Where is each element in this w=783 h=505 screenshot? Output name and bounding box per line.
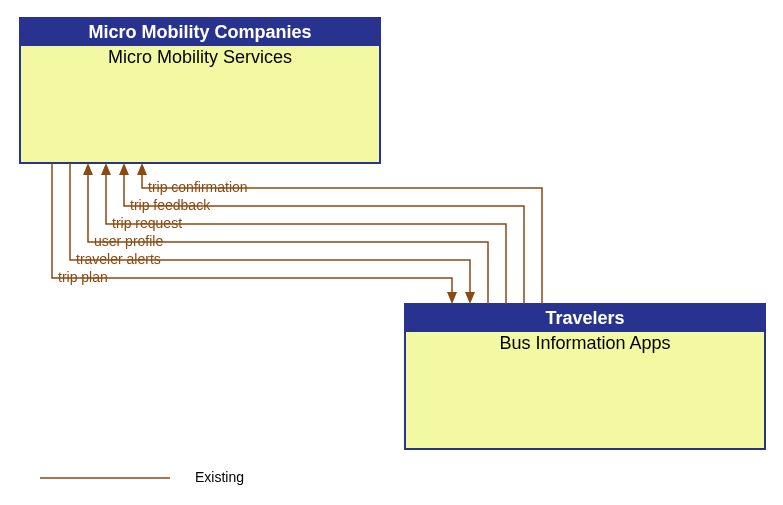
node-b-title: Bus Information Apps — [499, 333, 670, 353]
flow-label-user-profile: user profile — [94, 233, 163, 249]
flow-label-trip-confirmation: trip confirmation — [148, 179, 248, 195]
architecture-diagram: Micro Mobility Companies Micro Mobility … — [0, 0, 783, 505]
legend-label-existing: Existing — [195, 469, 244, 485]
flow-trip-confirmation: trip confirmation — [137, 163, 542, 304]
flow-label-traveler-alerts: traveler alerts — [76, 251, 161, 267]
svg-marker-9 — [83, 163, 93, 175]
legend: Existing — [40, 469, 244, 485]
flow-user-profile: user profile — [83, 163, 488, 304]
svg-marker-6 — [137, 163, 147, 175]
node-a-title: Micro Mobility Services — [108, 47, 292, 67]
node-a-header: Micro Mobility Companies — [88, 22, 311, 42]
flow-label-trip-plan: trip plan — [58, 269, 108, 285]
node-b-header: Travelers — [545, 308, 624, 328]
node-micro-mobility-services: Micro Mobility Companies Micro Mobility … — [20, 18, 380, 163]
svg-marker-7 — [119, 163, 129, 175]
svg-marker-10 — [465, 292, 475, 304]
node-bus-information-apps: Travelers Bus Information Apps — [405, 304, 765, 449]
flow-label-trip-feedback: trip feedback — [130, 197, 211, 213]
svg-marker-11 — [447, 292, 457, 304]
svg-marker-8 — [101, 163, 111, 175]
flow-label-trip-request: trip request — [112, 215, 182, 231]
